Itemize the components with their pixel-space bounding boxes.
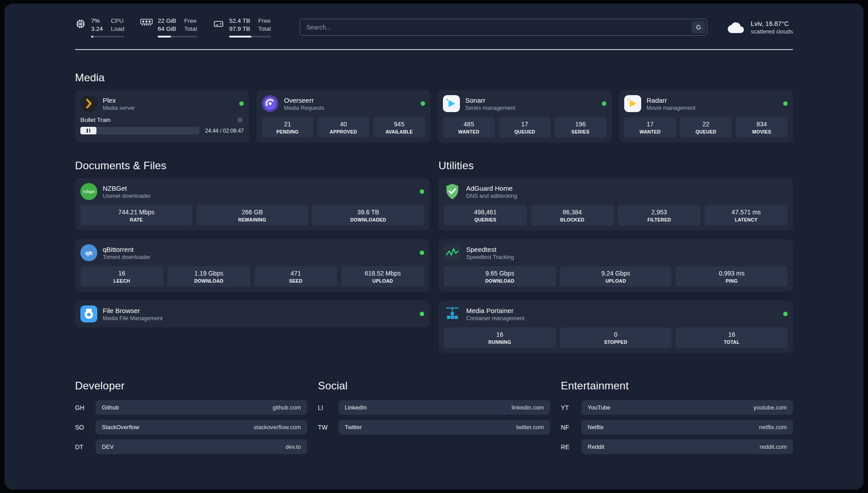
stat-pending: 21 PENDING (262, 117, 313, 138)
bookmark-link[interactable]: Twitter twitter.com (338, 420, 550, 435)
cpu-load: 3.24 (91, 25, 103, 33)
app-title: NZBGet (103, 184, 151, 192)
stat-queries: 498,461 QUERIES (444, 205, 527, 226)
stat-stopped: 0 STOPPED (560, 327, 672, 348)
stat-value: 21 (263, 121, 312, 128)
google-search-button[interactable]: G (692, 21, 705, 33)
bookmark-name: Reddit (588, 443, 605, 450)
stat-label: QUEUED (501, 129, 549, 134)
status-dot (783, 101, 788, 106)
plex-card[interactable]: Plex Media server Bullet Train (75, 90, 249, 142)
filebrowser-card[interactable]: File Browser Media File Management (75, 301, 430, 327)
ram-label-top: Free (184, 17, 197, 25)
ram-icon (140, 18, 153, 28)
stat-downloaded: 39.6 TB DOWNLOADED (312, 205, 424, 226)
dashboard-window: 7% 3.24 CPU Load (4, 4, 864, 489)
app-subtitle: Torrent downloader (103, 254, 150, 260)
stat-value: 86,384 (533, 209, 612, 216)
disk-free: 52.4 TB (229, 17, 250, 25)
stat-label: TOTAL (677, 339, 786, 345)
stat-value: 0.993 ms (677, 270, 786, 277)
bookmark-abbr: TW (318, 424, 338, 431)
portainer-card[interactable]: Media Portainer Container management 16 … (438, 301, 793, 353)
bookmark-link[interactable]: Github github.com (96, 400, 307, 415)
stat-label: MOVIES (738, 129, 786, 134)
bookmark-link[interactable]: Reddit reddit.com (581, 439, 793, 454)
bookmark-name: LinkedIn (345, 404, 367, 411)
stat-value: 16 (677, 331, 786, 338)
status-dot (239, 101, 244, 106)
overseerr-card[interactable]: Overseerr Media Requests 21 PENDING 40 A… (256, 90, 430, 142)
status-dot (421, 101, 425, 106)
stat-approved: 40 APPROVED (317, 117, 369, 138)
bookmark-link[interactable]: StackOverflow stackoverflow.com (96, 420, 307, 435)
app-title: qBittorrent (103, 246, 150, 253)
bookmark-url: twitter.com (516, 424, 544, 430)
bookmark-link[interactable]: DEV dev.to (96, 439, 307, 454)
status-dot (783, 312, 788, 316)
app-subtitle: Media Requests (284, 105, 324, 111)
stat-value: 485 (445, 121, 493, 128)
stat-label: APPROVED (319, 129, 367, 134)
disk-values: 52.4 TB 97.9 TB (229, 17, 250, 33)
stat-value: 498,461 (446, 209, 525, 216)
gear-icon[interactable] (236, 116, 244, 124)
bookmark-url: youtube.com (754, 404, 787, 411)
status-dot (602, 101, 606, 106)
playback-progress-bar (80, 127, 200, 134)
stat-value: 1.19 Gbps (169, 270, 249, 277)
bookmark-linkedin: LI LinkedIn linkedin.com (318, 400, 550, 415)
search-bar: G (300, 19, 708, 36)
status-dot (420, 312, 424, 316)
stat-total: 16 TOTAL (676, 327, 788, 348)
stat-label: DOWNLOAD (169, 278, 249, 284)
stat-latency: 47.571 ms LATENCY (705, 205, 788, 226)
stat-value: 16 (446, 331, 554, 338)
pause-button[interactable] (80, 127, 96, 134)
stat-ping: 0.993 ms PING (676, 266, 788, 287)
qbittorrent-card[interactable]: qb qBittorrent Torrent downloader 16 LEE… (75, 239, 430, 292)
bookmark-link[interactable]: YouTube youtube.com (581, 400, 793, 415)
stat-value: 40 (319, 121, 367, 128)
bookmark-link[interactable]: Netflix netflix.com (581, 420, 793, 435)
qbittorrent-icon: qb (80, 244, 97, 261)
bookmark-abbr: YT (561, 404, 581, 411)
bookmark-twitter: TW Twitter twitter.com (318, 420, 550, 435)
stat-blocked: 86,384 BLOCKED (531, 205, 614, 226)
adguard-card[interactable]: AdGuard Home DNS and adblocking 498,461 … (438, 178, 793, 230)
speedtest-graph-icon (444, 244, 461, 261)
stat-filtered: 2,953 FILTERED (618, 205, 701, 226)
bookmark-abbr: SO (75, 424, 96, 431)
header-divider (75, 49, 793, 50)
nzbget-icon: nzbget (80, 183, 97, 200)
stat-label: DOWNLOADED (314, 217, 422, 222)
stat-label: LATENCY (706, 217, 786, 222)
overseerr-icon (262, 95, 279, 112)
bookmark-name: YouTube (588, 404, 610, 411)
app-title: Sonarr (465, 96, 515, 104)
utilities-section-title: Utilities (438, 159, 793, 172)
nzbget-card[interactable]: nzbget NZBGet Usenet downloader 744.21 M… (75, 178, 430, 230)
sonarr-card[interactable]: Sonarr Series management 485 WANTED 17 Q… (438, 90, 612, 142)
app-title: File Browser (103, 307, 163, 314)
stat-value: 39.6 TB (314, 209, 422, 216)
stat-value: 22 (682, 121, 730, 128)
weather-location: Lviv, 16.87°C (751, 20, 793, 27)
radarr-icon (624, 95, 641, 112)
search-input[interactable] (300, 19, 708, 36)
stat-running: 16 RUNNING (444, 327, 556, 348)
cpu-metric: 7% 3.24 CPU Load (75, 17, 124, 38)
bookmark-link[interactable]: LinkedIn linkedin.com (338, 400, 550, 415)
stat-value: 744.21 Mbps (82, 209, 191, 216)
speedtest-card[interactable]: Speedtest Speedtest Tracking 9.65 Gbps D… (438, 239, 793, 292)
stat-label: SEED (256, 278, 336, 284)
radarr-card[interactable]: Radarr Movie management 17 WANTED 22 QUE… (619, 90, 793, 142)
app-subtitle: Media server (103, 105, 135, 111)
cpu-label-bottom: Load (111, 25, 124, 33)
bookmark-abbr: DT (75, 443, 96, 451)
sonarr-icon (443, 95, 460, 112)
media-section-title: Media (75, 71, 793, 84)
stat-download: 9.65 Gbps DOWNLOAD (444, 266, 556, 287)
stat-value: 47.571 ms (706, 209, 786, 216)
app-title: Plex (103, 96, 135, 104)
